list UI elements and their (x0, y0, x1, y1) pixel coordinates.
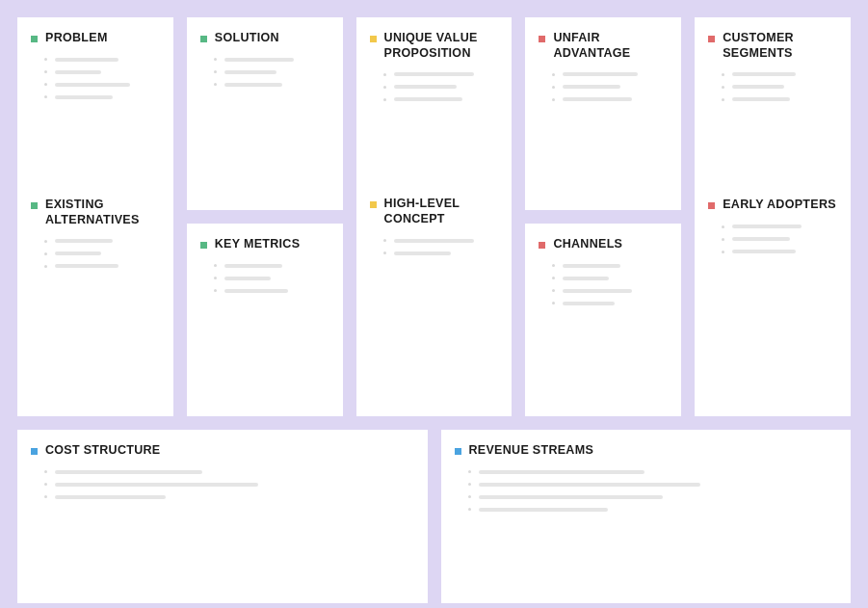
heading-early-adopters: EARLY ADOPTERS (708, 198, 837, 213)
placeholder-lines-key-metrics (200, 264, 329, 302)
placeholder-lines-solution (200, 58, 329, 95)
placeholder-bar (55, 470, 202, 474)
card-customer-segments: CUSTOMER SEGMENTS EARLY ADOPTERS (695, 17, 851, 416)
title-unfair-advantage: UNFAIR ADVANTAGE (553, 31, 668, 61)
placeholder-line (44, 495, 414, 499)
placeholder-bar (479, 483, 700, 487)
placeholder-line (44, 58, 160, 62)
heading-uvp: UNIQUE VALUE PROPOSITION (370, 31, 499, 61)
bullet-icon (552, 289, 555, 292)
marker-icon (539, 242, 545, 249)
placeholder-lines-unfair-advantage (539, 72, 668, 110)
placeholder-line (552, 289, 668, 293)
bullet-icon (468, 495, 471, 498)
placeholder-lines-uvp (370, 72, 499, 110)
bullet-icon (44, 240, 47, 243)
placeholder-bar (224, 289, 288, 293)
placeholder-bar (563, 277, 609, 280)
marker-icon (370, 201, 377, 208)
placeholder-bar (563, 264, 620, 268)
placeholder-line (468, 470, 838, 474)
placeholder-bar (394, 72, 475, 76)
marker-icon (200, 242, 207, 249)
bullet-icon (44, 483, 47, 486)
placeholder-bar (55, 264, 118, 268)
marker-icon (200, 36, 207, 42)
section-solution: SOLUTION (200, 31, 329, 95)
heading-solution: SOLUTION (200, 31, 329, 46)
heading-customer-segments: CUSTOMER SEGMENTS (708, 31, 837, 61)
placeholder-line (468, 508, 838, 512)
placeholder-lines-existing-alternatives (31, 239, 160, 277)
card-unfair-advantage: UNFAIR ADVANTAGE (525, 17, 681, 210)
title-early-adopters: EARLY ADOPTERS (723, 198, 836, 213)
placeholder-lines-early-adopters (708, 225, 837, 262)
bottom-row: COST STRUCTURE REVENUE STREAMS (17, 430, 851, 603)
title-revenue-streams: REVENUE STREAMS (469, 443, 594, 459)
title-channels: CHANNELS (553, 237, 622, 252)
placeholder-line (552, 264, 668, 268)
bullet-icon (214, 277, 217, 279)
section-revenue-streams: REVENUE STREAMS (455, 443, 838, 520)
card-key-metrics: KEY METRICS (187, 224, 343, 416)
section-existing-alternatives: EXISTING ALTERNATIVES (31, 198, 160, 277)
bullet-icon (722, 251, 724, 253)
title-existing-alternatives: EXISTING ALTERNATIVES (45, 198, 160, 227)
section-unfair-advantage: UNFAIR ADVANTAGE (539, 31, 668, 110)
card-channels: CHANNELS (525, 224, 681, 416)
card-problem: PROBLEM EXISTING ALTERNATIVES (17, 17, 173, 416)
bullet-icon (44, 95, 47, 98)
placeholder-bar (224, 277, 271, 280)
bullet-icon (552, 277, 555, 279)
placeholder-line (44, 483, 414, 487)
bullet-icon (722, 73, 724, 76)
placeholder-bar (732, 72, 796, 76)
placeholder-line (552, 277, 668, 280)
placeholder-bar (479, 495, 664, 499)
placeholder-bar (394, 97, 463, 101)
placeholder-bar (732, 250, 796, 253)
marker-icon (539, 36, 545, 42)
section-uvp: UNIQUE VALUE PROPOSITION (370, 31, 499, 110)
marker-icon (455, 448, 461, 455)
placeholder-bar (55, 58, 118, 62)
placeholder-bar (55, 495, 166, 499)
marker-icon (370, 36, 377, 42)
placeholder-line (44, 239, 160, 243)
placeholder-lines-revenue-streams (455, 470, 838, 520)
card-cost-structure: COST STRUCTURE (17, 430, 428, 603)
section-key-metrics: KEY METRICS (200, 237, 329, 302)
placeholder-line (722, 250, 837, 253)
placeholder-bar (224, 70, 276, 74)
placeholder-bar (394, 239, 475, 243)
title-solution: SOLUTION (215, 31, 279, 46)
placeholder-line (468, 495, 838, 499)
heading-problem: PROBLEM (31, 31, 160, 46)
placeholder-bar (55, 95, 113, 99)
heading-cost-structure: COST STRUCTURE (31, 443, 414, 459)
placeholder-bar (55, 251, 101, 255)
marker-icon (31, 448, 38, 455)
placeholder-line (214, 264, 329, 268)
placeholder-line (722, 72, 837, 76)
section-channels: CHANNELS (539, 237, 668, 314)
placeholder-bar (224, 83, 282, 87)
placeholder-line (383, 251, 499, 255)
placeholder-lines-customer-segments (708, 72, 837, 110)
bullet-icon (44, 70, 47, 73)
title-customer-segments: CUSTOMER SEGMENTS (723, 31, 837, 61)
title-high-level-concept: HIGH-LEVEL CONCEPT (384, 197, 499, 226)
placeholder-bar (563, 302, 615, 305)
placeholder-bar (563, 72, 638, 76)
marker-icon (31, 202, 38, 209)
bullet-icon (214, 264, 217, 267)
bullet-icon (44, 83, 47, 86)
bullet-icon (468, 483, 471, 486)
title-cost-structure: COST STRUCTURE (45, 443, 160, 459)
bullet-icon (722, 225, 724, 228)
placeholder-lines-cost-structure (31, 470, 414, 508)
placeholder-line (468, 483, 838, 487)
placeholder-line (383, 85, 499, 89)
bullet-icon (214, 83, 217, 86)
heading-high-level-concept: HIGH-LEVEL CONCEPT (370, 197, 499, 226)
